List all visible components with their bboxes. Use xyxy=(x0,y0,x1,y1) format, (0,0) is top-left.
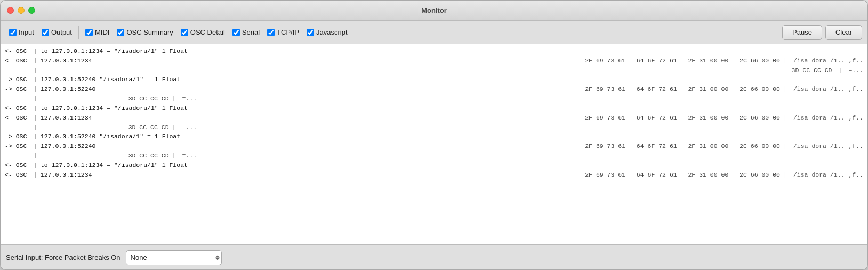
serial-input-label: Serial Input: Force Packet Breaks On xyxy=(6,253,120,261)
log-direction: -> OSC xyxy=(5,141,30,151)
tcpip-checkbox[interactable] xyxy=(267,29,275,36)
log-message: to 127.0.0.1:1234 = "/isadora/1" 1 Float xyxy=(41,104,863,113)
list-item: | 3D CC CC CD | =... xyxy=(1,66,867,75)
log-hex: 3D CC CC CD xyxy=(44,123,169,132)
osc-detail-label: OSC Detail xyxy=(190,28,225,36)
input-label: Input xyxy=(19,28,34,36)
osc-detail-checkbox[interactable] xyxy=(181,29,188,36)
log-direction: <- OSC xyxy=(5,46,30,56)
force-packet-select-wrapper: None CR LF CR+LF xyxy=(126,250,222,265)
log-direction: <- OSC xyxy=(5,170,30,180)
log-direction: <- OSC xyxy=(5,113,30,123)
tcpip-label: TCP/IP xyxy=(277,28,299,36)
list-item: | 3D CC CC CD | =... xyxy=(1,94,867,104)
javascript-label: Javascript xyxy=(316,28,348,36)
osc-summary-label: OSC Summary xyxy=(126,28,173,36)
log-hex: 2F 69 73 61 64 6F 72 61 2F 31 00 00 2C 6… xyxy=(500,113,780,123)
log-decoded: /isa dora /1.. ,f.. xyxy=(793,84,863,94)
log-hex: 3D CC CC CD xyxy=(707,66,832,75)
list-item: | 3D CC CC CD | =... xyxy=(1,123,867,132)
log-message: 127.0.0.1:1234 xyxy=(41,113,497,123)
log-direction: -> OSC xyxy=(5,132,30,141)
checkbox-serial[interactable]: Serial xyxy=(229,27,263,37)
maximize-button[interactable] xyxy=(28,7,35,14)
titlebar: Monitor xyxy=(1,1,867,21)
traffic-lights xyxy=(7,7,35,14)
midi-checkbox[interactable] xyxy=(85,29,93,36)
log-decoded: =... xyxy=(182,94,197,104)
checkbox-javascript[interactable]: Javascript xyxy=(303,27,351,37)
statusbar: Serial Input: Force Packet Breaks On Non… xyxy=(1,245,867,269)
list-item: <- OSC | 127.0.0.1:1234 2F 69 73 61 64 6… xyxy=(1,113,867,123)
list-item: -> OSC | 127.0.0.1:52240 "/isadora/1" = … xyxy=(1,132,867,141)
checkbox-output[interactable]: Output xyxy=(38,27,75,37)
toolbar-checkboxes: Input Output MIDI OSC Summary OSC Detail xyxy=(6,26,780,39)
pause-button[interactable]: Pause xyxy=(782,25,822,40)
checkbox-midi[interactable]: MIDI xyxy=(82,27,112,37)
log-direction: -> OSC xyxy=(5,84,30,94)
log-decoded: =... xyxy=(182,151,197,161)
log-hex: 2F 69 73 61 64 6F 72 61 2F 31 00 00 2C 6… xyxy=(500,141,780,151)
checkbox-osc-summary[interactable]: OSC Summary xyxy=(114,27,176,37)
list-item: <- OSC | to 127.0.0.1:1234 = "/isadora/1… xyxy=(1,104,867,113)
serial-checkbox[interactable] xyxy=(232,29,240,36)
checkbox-osc-detail[interactable]: OSC Detail xyxy=(178,27,228,37)
log-decoded: /isa dora /1.. ,f.. xyxy=(793,113,863,123)
log-message: 127.0.0.1:52240 xyxy=(41,84,497,94)
close-button[interactable] xyxy=(7,7,14,14)
minimize-button[interactable] xyxy=(18,7,25,14)
log-message: 127.0.0.1:52240 "/isadora/1" = 1 Float xyxy=(41,132,863,141)
midi-label: MIDI xyxy=(95,28,109,36)
separator-1 xyxy=(78,26,79,39)
window-title: Monitor xyxy=(421,6,447,14)
checkbox-tcpip[interactable]: TCP/IP xyxy=(264,27,302,37)
log-decoded: /isa dora /1.. ,f.. xyxy=(793,141,863,151)
clear-button[interactable]: Clear xyxy=(825,25,862,40)
log-direction: -> OSC xyxy=(5,75,30,84)
toolbar: Input Output MIDI OSC Summary OSC Detail xyxy=(1,21,867,44)
osc-summary-checkbox[interactable] xyxy=(117,29,124,36)
log-message: 127.0.0.1:52240 xyxy=(41,141,497,151)
list-item: <- OSC | 127.0.0.1:1234 2F 69 73 61 64 6… xyxy=(1,56,867,66)
log-hex: 3D CC CC CD xyxy=(44,94,169,104)
force-packet-select[interactable]: None CR LF CR+LF xyxy=(126,250,222,265)
log-hex: 2F 69 73 61 64 6F 72 61 2F 31 00 00 2C 6… xyxy=(500,84,780,94)
output-checkbox[interactable] xyxy=(42,29,49,36)
serial-label: Serial xyxy=(242,28,260,36)
log-message: 127.0.0.1:1234 xyxy=(41,170,497,180)
log-message: 127.0.0.1:1234 xyxy=(41,56,497,66)
list-item: <- OSC | 127.0.0.1:1234 2F 69 73 61 64 6… xyxy=(1,170,867,180)
output-label: Output xyxy=(51,28,72,36)
list-item: -> OSC | 127.0.0.1:52240 2F 69 73 61 64 … xyxy=(1,141,867,151)
log-direction: <- OSC xyxy=(5,56,30,66)
log-decoded: /isa dora /1.. ,f.. xyxy=(793,170,863,180)
list-item: <- OSC | to 127.0.0.1:1234 = "/isadora/1… xyxy=(1,46,867,56)
log-message: to 127.0.0.1:1234 = "/isadora/1" 1 Float xyxy=(41,46,863,56)
log-direction: <- OSC xyxy=(5,161,30,170)
log-message: to 127.0.0.1:1234 = "/isadora/1" 1 Float xyxy=(41,161,863,170)
log-message: 127.0.0.1:52240 "/isadora/1" = 1 Float xyxy=(41,75,863,84)
log-content: <- OSC | to 127.0.0.1:1234 = "/isadora/1… xyxy=(1,44,867,181)
log-area[interactable]: <- OSC | to 127.0.0.1:1234 = "/isadora/1… xyxy=(1,44,867,245)
log-hex: 2F 69 73 61 64 6F 72 61 2F 31 00 00 2C 6… xyxy=(500,56,780,66)
log-direction: <- OSC xyxy=(5,104,30,113)
list-item: -> OSC | 127.0.0.1:52240 2F 69 73 61 64 … xyxy=(1,84,867,94)
log-decoded: /isa dora /1.. ,f.. xyxy=(793,56,863,66)
input-checkbox[interactable] xyxy=(9,29,17,36)
log-decoded: =... xyxy=(182,123,197,132)
log-hex: 2F 69 73 61 64 6F 72 61 2F 31 00 00 2C 6… xyxy=(500,170,780,180)
log-hex: 3D CC CC CD xyxy=(44,151,169,161)
log-decoded: =... xyxy=(848,66,863,75)
javascript-checkbox[interactable] xyxy=(307,29,314,36)
monitor-window: Monitor Input Output MIDI OSC Summary xyxy=(0,0,868,270)
list-item: <- OSC | to 127.0.0.1:1234 = "/isadora/1… xyxy=(1,161,867,170)
list-item: | 3D CC CC CD | =... xyxy=(1,151,867,161)
list-item: -> OSC | 127.0.0.1:52240 "/isadora/1" = … xyxy=(1,75,867,84)
checkbox-input[interactable]: Input xyxy=(6,27,37,37)
toolbar-buttons: Pause Clear xyxy=(782,25,862,40)
